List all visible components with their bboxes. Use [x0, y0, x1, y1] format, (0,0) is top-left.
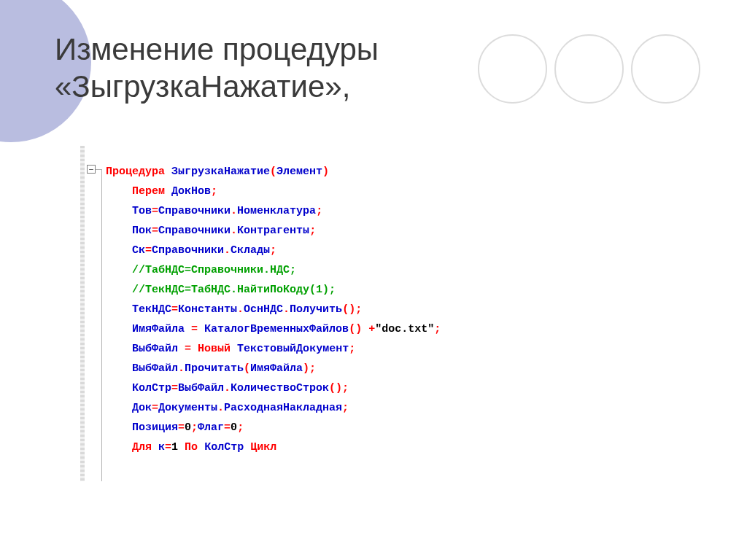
code-line-5: Ск=Справочники.Склады;	[106, 241, 441, 260]
title-line2: «ЗыгрузкаНажатие»,	[55, 69, 350, 104]
slide-title: Изменение процедуры «ЗыгрузкаНажатие»,	[55, 31, 379, 105]
code-line-6: //ТабНДС=Справочники.НДС;	[106, 260, 441, 280]
fold-guide-v	[101, 169, 102, 481]
code-line-4: Пок=Справочники.Контрагенты;	[106, 221, 441, 241]
code-line-14: Позиция=0;Флаг=0;	[106, 418, 441, 438]
editor-marker-strip	[80, 146, 85, 481]
code-line-12: КолСтр=ВыбФайл.КоличествоСтрок();	[106, 378, 441, 398]
code-line-3: Тов=Справочники.Номенклатура;	[106, 201, 441, 221]
code-line-9: ИмяФайла = КаталогВременныхФайлов() +"do…	[106, 319, 441, 339]
code-line-7: //ТекНДС=ТабНДС.НайтиПоКоду(1);	[106, 280, 441, 300]
fold-guide-h	[96, 169, 101, 170]
decorative-circle-3	[631, 34, 700, 104]
decorative-circle-2	[554, 34, 624, 104]
code-line-2: Перем ДокНов;	[106, 182, 441, 201]
code-line-15: Для к=1 По КолСтр Цикл	[106, 438, 441, 457]
code-line-8: ТекНДС=Константы.ОснНДС.Получить();	[106, 300, 441, 319]
fold-toggle-icon[interactable]: −	[87, 165, 96, 174]
code-block: Процедура ЗыгрузкаНажатие(Элемент) Перем…	[106, 162, 441, 457]
title-line1: Изменение процедуры	[55, 32, 379, 66]
code-line-10: ВыбФайл = Новый ТекстовыйДокумент;	[106, 339, 441, 359]
code-line-13: Док=Документы.РасходнаяНакладная;	[106, 398, 441, 418]
code-line-1: Процедура ЗыгрузкаНажатие(Элемент)	[106, 162, 441, 182]
decorative-circle-1	[478, 34, 547, 104]
code-line-11: ВыбФайл.Прочитать(ИмяФайла);	[106, 359, 441, 378]
